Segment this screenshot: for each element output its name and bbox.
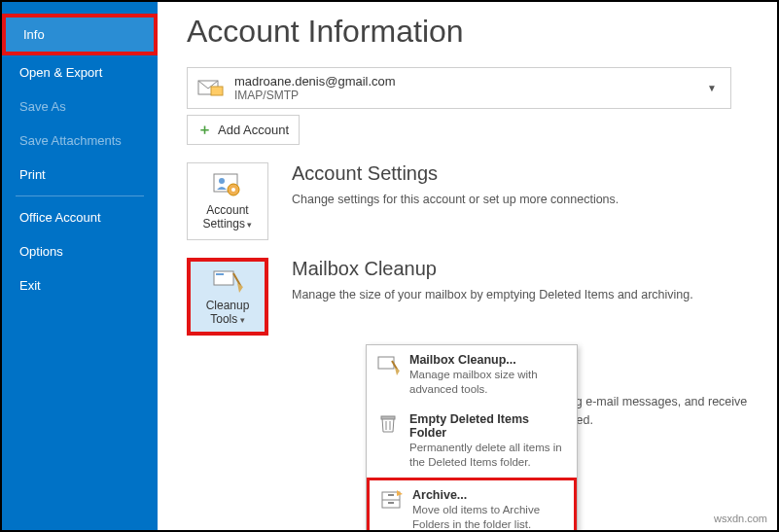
section-heading: Mailbox Cleanup <box>292 258 693 280</box>
page-title: Account Information <box>187 14 748 50</box>
account-info: madroane.denis@gmail.com IMAP/SMTP <box>234 74 703 102</box>
svg-rect-17 <box>388 502 394 504</box>
menu-item-body: Empty Deleted Items Folder Permanently d… <box>409 412 567 470</box>
trash-icon <box>376 412 400 436</box>
sidebar-item-info[interactable]: Info <box>2 14 158 55</box>
menu-item-desc: Move old items to Archive Folders in the… <box>412 503 564 530</box>
section-description: Change settings for this account or set … <box>292 191 619 209</box>
sidebar-item-office-account[interactable]: Office Account <box>2 200 158 234</box>
button-label: Account Settings ▾ <box>192 203 264 231</box>
sidebar-item-options[interactable]: Options <box>2 234 158 268</box>
svg-rect-9 <box>378 357 394 369</box>
account-protocol: IMAP/SMTP <box>234 89 703 102</box>
menu-item-archive[interactable]: Archive... Move old items to Archive Fol… <box>367 478 577 530</box>
menu-item-title: Empty Deleted Items Folder <box>409 412 567 440</box>
section-text: Account Settings Change settings for thi… <box>292 162 619 209</box>
account-settings-button[interactable]: Account Settings ▾ <box>187 162 268 240</box>
svg-rect-1 <box>211 87 223 95</box>
sidebar-label: Exit <box>19 278 41 293</box>
section-account-settings: Account Settings ▾ Account Settings Chan… <box>187 162 748 240</box>
sidebar-label: Office Account <box>19 210 101 225</box>
cleanup-tools-button[interactable]: Cleanup Tools ▾ <box>187 258 268 336</box>
button-label: Cleanup Tools ▾ <box>195 299 261 326</box>
menu-item-mailbox-cleanup[interactable]: Mailbox Cleanup... Manage mailbox size w… <box>367 345 577 405</box>
section-description: Manage the size of your mailbox by empty… <box>292 286 693 304</box>
section-mailbox-cleanup: Cleanup Tools ▾ Mailbox Cleanup Manage t… <box>187 258 748 336</box>
svg-point-3 <box>219 178 225 184</box>
sidebar-item-save-as: Save As <box>2 89 158 124</box>
section-text: Mailbox Cleanup Manage the size of your … <box>292 258 693 304</box>
add-account-button[interactable]: ＋ Add Account <box>187 115 300 145</box>
user-gear-icon <box>212 172 243 199</box>
sidebar-item-exit[interactable]: Exit <box>2 268 158 302</box>
watermark: wsxdn.com <box>714 513 767 524</box>
mailbox-broom-icon <box>212 267 243 295</box>
sidebar-label: Print <box>19 167 46 182</box>
menu-item-desc: Manage mailbox size with advanced tools. <box>409 368 567 397</box>
add-account-label: Add Account <box>218 123 289 137</box>
sidebar-label: Info <box>23 27 45 42</box>
sidebar-label: Open & Export <box>19 65 102 80</box>
plus-icon: ＋ <box>197 121 212 139</box>
cleanup-tools-menu: Mailbox Cleanup... Manage mailbox size w… <box>366 344 578 530</box>
sidebar-item-save-attachments: Save Attachments <box>2 124 158 158</box>
backstage-sidebar: Info Open & Export Save As Save Attachme… <box>2 2 158 530</box>
content-area: Account Information madroane.denis@gmail… <box>158 2 777 530</box>
sidebar-item-print[interactable]: Print <box>2 158 158 192</box>
sidebar-label: Save As <box>19 99 66 114</box>
svg-rect-11 <box>381 416 395 419</box>
chevron-down-icon[interactable]: ▼ <box>703 83 721 93</box>
mail-icon <box>197 78 225 99</box>
sidebar-separator <box>16 195 144 196</box>
svg-rect-16 <box>388 494 394 496</box>
menu-item-desc: Permanently delete all items in the Dele… <box>409 441 567 470</box>
sidebar-item-open-export[interactable]: Open & Export <box>2 55 158 89</box>
menu-item-body: Archive... Move old items to Archive Fol… <box>412 488 564 530</box>
sidebar-label: Save Attachments <box>19 133 122 148</box>
menu-item-body: Mailbox Cleanup... Manage mailbox size w… <box>409 353 567 397</box>
svg-point-5 <box>231 188 235 192</box>
menu-item-title: Mailbox Cleanup... <box>409 353 567 367</box>
menu-item-title: Archive... <box>412 488 564 502</box>
menu-item-empty-deleted[interactable]: Empty Deleted Items Folder Permanently d… <box>367 405 577 478</box>
sidebar-label: Options <box>19 244 63 259</box>
account-email: madroane.denis@gmail.com <box>234 74 703 89</box>
archive-icon <box>379 488 403 512</box>
account-selector[interactable]: madroane.denis@gmail.com IMAP/SMTP ▼ <box>187 67 731 109</box>
mailbox-cleanup-icon <box>376 353 400 376</box>
section-heading: Account Settings <box>292 162 619 185</box>
svg-rect-7 <box>216 273 224 275</box>
